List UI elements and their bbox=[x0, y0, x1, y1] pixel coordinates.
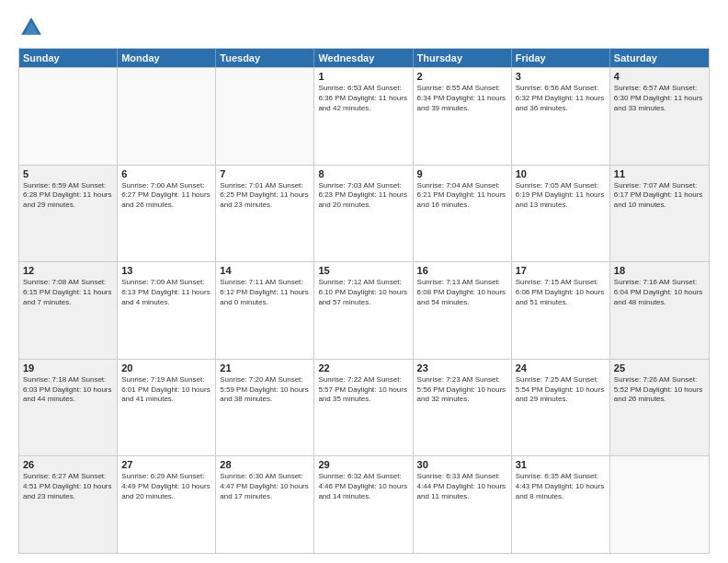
calendar-cell: 14Sunrise: 7:11 AM Sunset: 6:12 PM Dayli… bbox=[216, 262, 314, 359]
day-info: Sunrise: 7:09 AM Sunset: 6:13 PM Dayligh… bbox=[121, 278, 211, 307]
calendar-cell: 30Sunrise: 6:33 AM Sunset: 4:44 PM Dayli… bbox=[414, 456, 512, 553]
day-info: Sunrise: 7:25 AM Sunset: 5:54 PM Dayligh… bbox=[516, 375, 606, 405]
calendar-cell: 17Sunrise: 7:15 AM Sunset: 6:06 PM Dayli… bbox=[512, 262, 610, 359]
header bbox=[18, 15, 710, 40]
calendar-week-1: 1Sunrise: 6:53 AM Sunset: 6:36 PM Daylig… bbox=[19, 67, 709, 165]
calendar-cell: 5Sunrise: 6:59 AM Sunset: 6:28 PM Daylig… bbox=[19, 166, 118, 262]
day-number: 6 bbox=[121, 168, 211, 179]
calendar-cell: 7Sunrise: 7:01 AM Sunset: 6:25 PM Daylig… bbox=[216, 166, 314, 262]
calendar-week-4: 19Sunrise: 7:18 AM Sunset: 6:03 PM Dayli… bbox=[19, 359, 709, 456]
header-day-wednesday: Wednesday bbox=[314, 49, 413, 67]
day-info: Sunrise: 7:08 AM Sunset: 6:15 PM Dayligh… bbox=[23, 278, 113, 307]
day-info: Sunrise: 7:16 AM Sunset: 6:04 PM Dayligh… bbox=[614, 278, 705, 307]
logo-icon bbox=[18, 15, 44, 40]
calendar-cell: 31Sunrise: 6:35 AM Sunset: 4:43 PM Dayli… bbox=[512, 456, 610, 553]
calendar-cell: 2Sunrise: 6:55 AM Sunset: 6:34 PM Daylig… bbox=[414, 68, 512, 165]
calendar-cell: 18Sunrise: 7:16 AM Sunset: 6:04 PM Dayli… bbox=[610, 262, 709, 359]
calendar-cell: 28Sunrise: 6:30 AM Sunset: 4:47 PM Dayli… bbox=[216, 456, 314, 553]
day-number: 5 bbox=[23, 168, 113, 179]
day-number: 21 bbox=[220, 362, 310, 373]
day-number: 27 bbox=[121, 459, 211, 470]
day-info: Sunrise: 7:01 AM Sunset: 6:25 PM Dayligh… bbox=[220, 181, 310, 211]
calendar-cell: 24Sunrise: 7:25 AM Sunset: 5:54 PM Dayli… bbox=[512, 360, 610, 456]
day-info: Sunrise: 7:12 AM Sunset: 6:10 PM Dayligh… bbox=[318, 278, 408, 307]
calendar-cell bbox=[19, 68, 118, 165]
day-info: Sunrise: 7:23 AM Sunset: 5:56 PM Dayligh… bbox=[417, 375, 507, 405]
day-info: Sunrise: 6:53 AM Sunset: 6:36 PM Dayligh… bbox=[318, 84, 408, 113]
calendar-cell: 13Sunrise: 7:09 AM Sunset: 6:13 PM Dayli… bbox=[118, 262, 216, 359]
day-info: Sunrise: 7:15 AM Sunset: 6:06 PM Dayligh… bbox=[516, 278, 606, 307]
calendar-cell: 29Sunrise: 6:32 AM Sunset: 4:46 PM Dayli… bbox=[314, 456, 413, 553]
calendar-cell: 12Sunrise: 7:08 AM Sunset: 6:15 PM Dayli… bbox=[19, 262, 118, 359]
day-info: Sunrise: 7:11 AM Sunset: 6:12 PM Dayligh… bbox=[220, 278, 310, 307]
calendar-week-2: 5Sunrise: 6:59 AM Sunset: 6:28 PM Daylig… bbox=[19, 165, 709, 262]
page: SundayMondayTuesdayWednesdayThursdayFrid… bbox=[0, 0, 728, 563]
day-info: Sunrise: 6:55 AM Sunset: 6:34 PM Dayligh… bbox=[417, 84, 507, 113]
day-number: 7 bbox=[220, 168, 310, 179]
day-number: 10 bbox=[516, 168, 606, 179]
day-info: Sunrise: 6:32 AM Sunset: 4:46 PM Dayligh… bbox=[318, 472, 408, 501]
day-info: Sunrise: 6:35 AM Sunset: 4:43 PM Dayligh… bbox=[516, 472, 606, 501]
day-number: 17 bbox=[516, 265, 606, 276]
calendar-cell: 3Sunrise: 6:56 AM Sunset: 6:32 PM Daylig… bbox=[512, 68, 610, 165]
day-number: 13 bbox=[121, 265, 211, 276]
calendar-cell: 22Sunrise: 7:22 AM Sunset: 5:57 PM Dayli… bbox=[314, 360, 413, 456]
calendar-cell: 27Sunrise: 6:29 AM Sunset: 4:49 PM Dayli… bbox=[118, 456, 216, 553]
day-info: Sunrise: 6:33 AM Sunset: 4:44 PM Dayligh… bbox=[417, 472, 507, 501]
day-number: 4 bbox=[614, 71, 705, 82]
calendar-header: SundayMondayTuesdayWednesdayThursdayFrid… bbox=[19, 49, 709, 67]
header-day-monday: Monday bbox=[118, 49, 216, 67]
calendar-cell: 1Sunrise: 6:53 AM Sunset: 6:36 PM Daylig… bbox=[314, 68, 413, 165]
day-info: Sunrise: 7:19 AM Sunset: 6:01 PM Dayligh… bbox=[121, 375, 211, 405]
calendar: SundayMondayTuesdayWednesdayThursdayFrid… bbox=[18, 48, 710, 554]
logo bbox=[18, 15, 48, 40]
day-number: 9 bbox=[417, 168, 507, 179]
day-info: Sunrise: 7:18 AM Sunset: 6:03 PM Dayligh… bbox=[23, 375, 113, 405]
day-number: 24 bbox=[516, 362, 606, 373]
calendar-week-5: 26Sunrise: 6:27 AM Sunset: 4:51 PM Dayli… bbox=[19, 455, 709, 553]
calendar-cell: 23Sunrise: 7:23 AM Sunset: 5:56 PM Dayli… bbox=[414, 360, 512, 456]
day-number: 15 bbox=[318, 265, 408, 276]
day-number: 2 bbox=[417, 71, 507, 82]
calendar-cell: 20Sunrise: 7:19 AM Sunset: 6:01 PM Dayli… bbox=[118, 360, 216, 456]
calendar-cell: 11Sunrise: 7:07 AM Sunset: 6:17 PM Dayli… bbox=[610, 166, 709, 262]
day-info: Sunrise: 6:56 AM Sunset: 6:32 PM Dayligh… bbox=[516, 84, 606, 113]
day-number: 1 bbox=[318, 71, 408, 82]
day-number: 29 bbox=[318, 459, 408, 470]
calendar-cell: 19Sunrise: 7:18 AM Sunset: 6:03 PM Dayli… bbox=[19, 360, 118, 456]
calendar-cell bbox=[216, 68, 314, 165]
day-info: Sunrise: 7:13 AM Sunset: 6:08 PM Dayligh… bbox=[417, 278, 507, 307]
day-info: Sunrise: 7:22 AM Sunset: 5:57 PM Dayligh… bbox=[318, 375, 408, 405]
calendar-cell: 8Sunrise: 7:03 AM Sunset: 6:23 PM Daylig… bbox=[314, 166, 413, 262]
day-number: 3 bbox=[516, 71, 606, 82]
calendar-cell bbox=[118, 68, 216, 165]
calendar-cell: 15Sunrise: 7:12 AM Sunset: 6:10 PM Dayli… bbox=[314, 262, 413, 359]
header-day-sunday: Sunday bbox=[19, 49, 118, 67]
calendar-cell: 26Sunrise: 6:27 AM Sunset: 4:51 PM Dayli… bbox=[19, 456, 118, 553]
day-info: Sunrise: 6:59 AM Sunset: 6:28 PM Dayligh… bbox=[23, 181, 113, 211]
day-info: Sunrise: 7:07 AM Sunset: 6:17 PM Dayligh… bbox=[614, 181, 705, 211]
header-day-thursday: Thursday bbox=[414, 49, 512, 67]
calendar-cell: 9Sunrise: 7:04 AM Sunset: 6:21 PM Daylig… bbox=[414, 166, 512, 262]
day-number: 30 bbox=[417, 459, 507, 470]
day-number: 11 bbox=[614, 168, 705, 179]
header-day-friday: Friday bbox=[512, 49, 610, 67]
day-number: 12 bbox=[23, 265, 113, 276]
day-number: 22 bbox=[318, 362, 408, 373]
day-number: 26 bbox=[23, 459, 113, 470]
header-day-saturday: Saturday bbox=[610, 49, 709, 67]
day-info: Sunrise: 6:27 AM Sunset: 4:51 PM Dayligh… bbox=[23, 472, 113, 501]
calendar-cell: 4Sunrise: 6:57 AM Sunset: 6:30 PM Daylig… bbox=[610, 68, 709, 165]
calendar-cell: 21Sunrise: 7:20 AM Sunset: 5:59 PM Dayli… bbox=[216, 360, 314, 456]
header-day-tuesday: Tuesday bbox=[216, 49, 314, 67]
day-number: 25 bbox=[614, 362, 705, 373]
day-info: Sunrise: 7:00 AM Sunset: 6:27 PM Dayligh… bbox=[121, 181, 211, 211]
calendar-body: 1Sunrise: 6:53 AM Sunset: 6:36 PM Daylig… bbox=[19, 67, 709, 553]
day-info: Sunrise: 6:29 AM Sunset: 4:49 PM Dayligh… bbox=[121, 472, 211, 501]
day-info: Sunrise: 7:05 AM Sunset: 6:19 PM Dayligh… bbox=[516, 181, 606, 211]
day-number: 20 bbox=[121, 362, 211, 373]
day-info: Sunrise: 7:03 AM Sunset: 6:23 PM Dayligh… bbox=[318, 181, 408, 211]
day-info: Sunrise: 6:30 AM Sunset: 4:47 PM Dayligh… bbox=[220, 472, 310, 501]
calendar-cell bbox=[610, 456, 709, 553]
calendar-cell: 10Sunrise: 7:05 AM Sunset: 6:19 PM Dayli… bbox=[512, 166, 610, 262]
